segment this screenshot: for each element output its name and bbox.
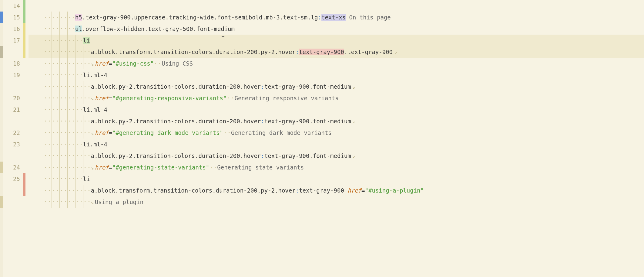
line-number: 24 [3, 162, 20, 173]
code-line-wrap[interactable]: ↘href="#generating-dark-mode-variants"Ge… [29, 115, 644, 127]
text-cursor [223, 36, 223, 44]
code-line[interactable]: li.ml-4 [29, 127, 644, 138]
line-number: 18 [3, 58, 20, 69]
line-number: 20 [3, 92, 20, 104]
line-number: 14 [3, 0, 20, 12]
code-line[interactable]: li [29, 23, 644, 35]
pug-text: Using a plugin [95, 199, 143, 205]
marks-column [0, 0, 3, 277]
change-bar [23, 0, 25, 277]
code-line[interactable]: a.block.transform.transition-colors.dura… [29, 173, 644, 185]
code-line[interactable]: a.block.py-2.transition-colors.duration-… [29, 69, 644, 81]
code-line[interactable]: li.ml-4 [29, 58, 644, 69]
line-number: 25 [3, 173, 20, 185]
code-line-wrap[interactable]: ↘href="#generating-responsive-variants"G… [29, 81, 644, 92]
line-number: 21 [3, 104, 20, 115]
code-line[interactable]: li.ml-4 [29, 92, 644, 104]
code-line-wrap[interactable]: ↘Using a plugin [29, 185, 644, 196]
line-number: 19 [3, 69, 20, 81]
line-number: 15 [3, 12, 20, 23]
code-line[interactable]: a.block.py-2.transition-colors.duration-… [29, 104, 644, 115]
line-number: 22 [3, 127, 20, 138]
line-number: 16 [3, 23, 20, 35]
code-line-wrap[interactable]: ↘href="#generating-state-variants"Genera… [29, 150, 644, 162]
code-line[interactable]: ul.overflow-x-hidden.text-gray-500.font-… [29, 12, 644, 23]
soft-wrap-arrow-icon: ↘ [91, 197, 95, 208]
code-line[interactable]: li [29, 162, 644, 173]
code-line[interactable]: a.block.py-2.transition-colors.duration-… [29, 138, 644, 150]
code-line[interactable]: h5.text-gray-900.uppercase.tracking-wide… [29, 0, 644, 12]
code-editor[interactable]: h5.text-gray-900.uppercase.tracking-wide… [29, 0, 644, 277]
line-number: 23 [3, 138, 20, 150]
line-number-gutter[interactable]: 141516171819202122232425 [3, 0, 23, 277]
line-number: 17 [3, 35, 20, 46]
code-line[interactable]: a.block.transform.transition-colors.dura… [29, 35, 644, 46]
code-line-wrap[interactable]: ↘href="#using-css"Using CSS [29, 46, 644, 58]
